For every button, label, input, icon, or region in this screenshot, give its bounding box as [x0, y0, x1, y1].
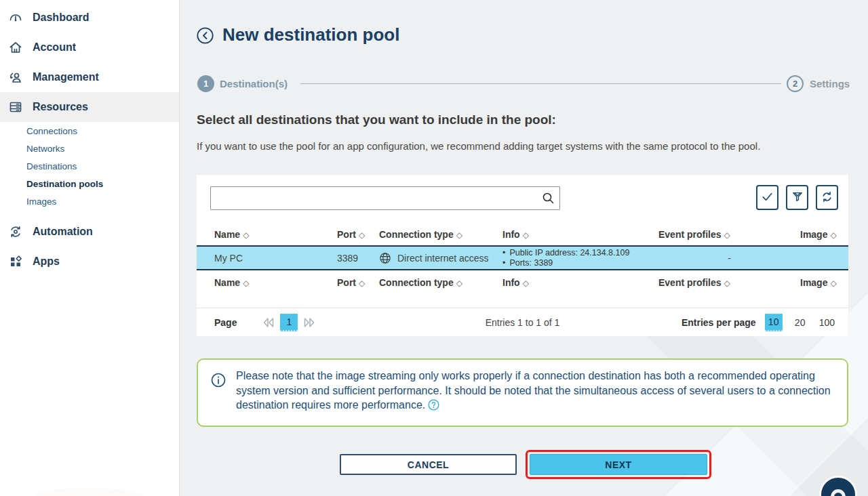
page-size-100[interactable]: 100: [818, 314, 836, 331]
section-subheading: If you want to use the pool for an app c…: [197, 140, 760, 152]
select-all-button[interactable]: [756, 185, 778, 210]
column-header-connection-type[interactable]: Connection type◇: [379, 277, 502, 288]
sidebar-item-label: Apps: [33, 255, 60, 268]
stepper-connector: [300, 83, 781, 84]
sort-icon[interactable]: ◇: [724, 230, 730, 240]
cancel-button[interactable]: CANCEL: [340, 454, 517, 475]
column-header-port[interactable]: Port◇: [337, 229, 379, 240]
step-1-label: Destination(s): [220, 78, 288, 89]
users-icon: [8, 70, 23, 85]
cell-name: My PC: [214, 253, 337, 264]
sort-icon[interactable]: ◇: [523, 278, 529, 288]
current-page-button[interactable]: 1: [280, 314, 298, 331]
page-size-20[interactable]: 20: [791, 314, 809, 331]
sort-icon[interactable]: ◇: [243, 230, 249, 240]
column-label: Name: [214, 277, 240, 288]
sidebar-item-management[interactable]: Management: [0, 62, 179, 92]
column-label: Connection type: [379, 277, 454, 288]
step-2-indicator: 2: [787, 75, 804, 92]
page-navigation: 1: [262, 314, 315, 331]
entries-per-page-label: Entries per page: [682, 317, 756, 328]
table-row[interactable]: My PC 3389 Direct internet access •Publi…: [197, 245, 848, 270]
sort-icon[interactable]: ◇: [456, 278, 462, 288]
filter-button[interactable]: [786, 185, 808, 210]
help-icon[interactable]: [428, 399, 439, 411]
gauge-icon: [8, 10, 23, 25]
headset-icon: [831, 489, 846, 496]
column-header-info[interactable]: Info◇: [502, 277, 658, 288]
column-label: Port: [337, 229, 356, 240]
sidebar-item-dashboard[interactable]: Dashboard: [0, 3, 179, 33]
step-2-number: 2: [793, 79, 797, 89]
column-label: Info: [502, 277, 520, 288]
column-header-name[interactable]: Name◇: [214, 277, 337, 288]
refresh-button[interactable]: [816, 185, 838, 210]
search-input[interactable]: [210, 186, 560, 210]
cell-connection-type: Direct internet access: [379, 252, 502, 264]
subnav-label: Connections: [26, 126, 77, 136]
subnav-label: Destination pools: [26, 179, 103, 189]
apps-icon: [8, 254, 23, 269]
sidebar-item-networks[interactable]: Networks: [0, 140, 179, 157]
sidebar-item-apps[interactable]: Apps: [0, 247, 179, 276]
table-header-top: Name◇ Port◇ Connection type◇ Info◇ Event…: [197, 224, 848, 245]
column-header-event-profiles[interactable]: Event profiles◇: [658, 229, 800, 240]
next-button[interactable]: NEXT: [530, 454, 707, 475]
sort-icon[interactable]: ◇: [724, 278, 730, 288]
next-page-icon[interactable]: [303, 317, 315, 328]
column-header-info[interactable]: Info◇: [502, 229, 658, 240]
sort-icon[interactable]: ◇: [830, 230, 836, 240]
column-label: Event profiles: [658, 277, 722, 288]
column-label: Port: [337, 277, 356, 288]
sidebar-item-account[interactable]: Account: [0, 33, 179, 62]
pagination-bar: Page 1 Entries 1 to 1 of 1 Entries per p…: [197, 308, 848, 336]
destinations-table-panel: Name◇ Port◇ Connection type◇ Info◇ Event…: [197, 175, 848, 336]
column-header-port[interactable]: Port◇: [337, 277, 379, 288]
sidebar-item-images[interactable]: Images: [0, 192, 179, 210]
info-icon: [211, 373, 226, 388]
server-icon: [8, 100, 23, 115]
sort-icon[interactable]: ◇: [523, 230, 529, 240]
resources-subnav: Connections Networks Destinations Destin…: [0, 122, 179, 210]
column-header-image[interactable]: Image◇: [800, 277, 837, 288]
check-icon: [761, 190, 774, 205]
sidebar-item-destinations[interactable]: Destinations: [0, 157, 179, 175]
column-label: Image: [800, 229, 827, 240]
bullet: •: [502, 248, 505, 258]
sort-icon[interactable]: ◇: [243, 278, 249, 288]
step-1-number: 1: [203, 79, 208, 89]
sort-icon[interactable]: ◇: [359, 278, 365, 288]
page-size-10[interactable]: 10: [765, 314, 783, 331]
sidebar-item-destination-pools[interactable]: Destination pools: [0, 175, 179, 192]
subnav-label: Networks: [26, 144, 64, 154]
sidebar-item-label: Management: [33, 71, 99, 83]
back-button[interactable]: [197, 27, 214, 44]
column-header-event-profiles[interactable]: Event profiles◇: [658, 277, 800, 288]
search-icon[interactable]: [542, 192, 555, 205]
column-header-name[interactable]: Name◇: [214, 229, 337, 240]
home-icon: [8, 40, 23, 55]
sidebar-item-automation[interactable]: Automation: [0, 217, 179, 247]
sidebar-item-label: Automation: [33, 226, 93, 238]
cell-port: 3389: [337, 253, 379, 264]
cell-event-profiles: -: [658, 253, 800, 264]
subnav-label: Images: [26, 197, 56, 207]
connection-type-label: Direct internet access: [397, 253, 489, 264]
column-label: Image: [800, 277, 827, 288]
filter-funnel-icon: [791, 190, 804, 205]
column-label: Event profiles: [658, 229, 722, 240]
sort-icon[interactable]: ◇: [456, 230, 462, 240]
previous-page-icon[interactable]: [262, 317, 275, 328]
sidebar-item-resources[interactable]: Resources: [0, 92, 179, 122]
sort-icon[interactable]: ◇: [830, 278, 836, 288]
sidebar-item-label: Dashboard: [33, 12, 90, 24]
next-button-highlight: NEXT: [526, 450, 711, 479]
sidebar-item-connections[interactable]: Connections: [0, 122, 179, 140]
sort-icon[interactable]: ◇: [359, 230, 365, 240]
column-header-connection-type[interactable]: Connection type◇: [379, 229, 502, 240]
column-header-image[interactable]: Image◇: [800, 229, 837, 240]
cell-info: •Public IP address: 24.134.8.109 •Ports:…: [502, 248, 658, 268]
table-header-bottom: Name◇ Port◇ Connection type◇ Info◇ Event…: [197, 272, 848, 293]
sidebar-item-label: Resources: [33, 101, 88, 113]
info-line: Ports: 3389: [509, 258, 553, 268]
